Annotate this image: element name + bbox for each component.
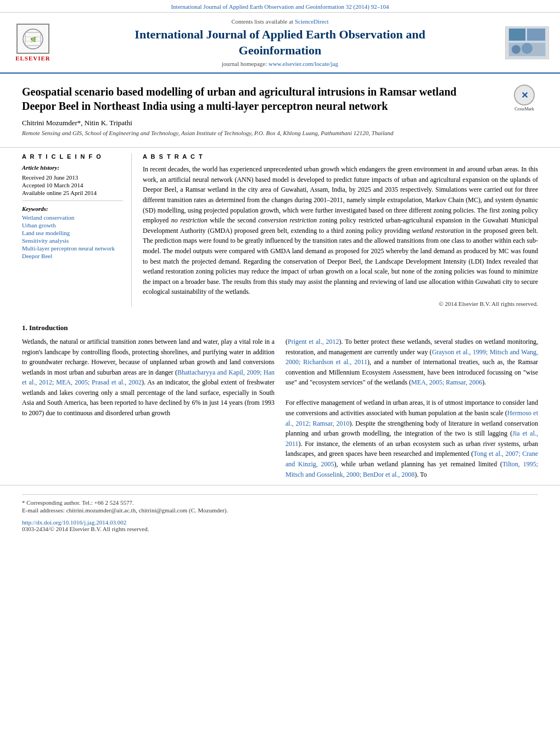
keyword-3: Land use modelling (22, 230, 123, 236)
intro-right-col: (Prigent et al., 2012). To better protec… (285, 337, 538, 479)
keyword-4: Sensitivity analysis (22, 237, 123, 244)
ref-link-1[interactable]: Bhattacharyya and Kapil, 2009; Han et al… (22, 369, 275, 387)
svg-text:🌿: 🌿 (30, 36, 37, 43)
svg-point-9 (512, 45, 520, 54)
journal-citation-bar: International Journal of Applied Earth O… (0, 0, 560, 13)
article-info-abstract-section: A R T I C L E I N F O Article history: R… (0, 148, 560, 318)
abstract-text: In recent decades, the world has experie… (143, 164, 538, 297)
journal-citation-text: International Journal of Applied Earth O… (171, 3, 389, 10)
crossmark-icon: ✕ (514, 85, 535, 105)
ref-link-2[interactable]: Prigent et al., 2012 (288, 338, 339, 345)
intro-left-col: Wetlands, the natural or artificial tran… (22, 337, 275, 479)
journal-homepage-line: journal homepage: www.elsevier.com/locat… (60, 60, 500, 67)
abstract-column: A B S T R A C T In recent decades, the w… (143, 153, 538, 307)
online-date: Available online 25 April 2014 (22, 189, 123, 196)
ref-link-7[interactable]: Tong et al., 2007; Crane and Kinzig, 200… (285, 450, 538, 468)
introduction-section: 1. Introduction Wetlands, the natural or… (0, 318, 560, 485)
article-history-label: Article history: (22, 164, 123, 171)
divider-1 (22, 200, 123, 201)
doi-section: http://dx.doi.org/10.1016/j.jag.2014.03.… (0, 517, 560, 534)
author-names: Chitrini Mozumder*, Nitin K. Tripathi (22, 119, 132, 127)
intro-two-col: Wetlands, the natural or artificial tran… (22, 337, 538, 479)
keyword-6: Deepor Beel (22, 253, 123, 259)
svg-point-10 (522, 43, 533, 54)
sciencedirect-label: Contents lists available at (231, 18, 293, 25)
paper-title-row: Geospatial scenario based modelling of u… (22, 85, 538, 113)
affiliation-line: Remote Sensing and GIS, School of Engine… (22, 130, 538, 136)
svg-rect-7 (527, 29, 545, 41)
doi-link[interactable]: http://dx.doi.org/10.1016/j.jag.2014.03.… (22, 519, 126, 526)
footnote-divider (22, 494, 538, 495)
ref-link-4[interactable]: MEA, 2005; Ramsar, 2006 (411, 378, 482, 386)
crossmark-label: CrossMark (514, 107, 534, 111)
article-info-column: A R T I C L E I N F O Article history: R… (22, 153, 132, 307)
journal-center-block: Contents lists available at ScienceDirec… (60, 18, 500, 67)
keyword-5: Multi-layer perceptron neural network (22, 245, 123, 252)
email-footnote: E-mail addresses: chitrini.mozumder@ait.… (22, 507, 538, 514)
article-info-heading: A R T I C L E I N F O (22, 153, 123, 160)
elsevier-logo: 🌿 ELSEVIER (11, 24, 55, 62)
elsevier-brand-text: ELSEVIER (15, 55, 51, 62)
received-date: Received 20 June 2013 (22, 174, 123, 181)
accepted-date: Accepted 10 March 2014 (22, 182, 123, 188)
homepage-link[interactable]: www.elsevier.com/locate/jag (268, 60, 338, 67)
keywords-label: Keywords: (22, 205, 123, 212)
authors-line: Chitrini Mozumder*, Nitin K. Tripathi (22, 119, 538, 127)
journal-thumbnail (505, 26, 549, 59)
footnote-section: * Corresponding author. Tel.: +66 2 524 … (0, 485, 560, 517)
keyword-2: Urban growth (22, 222, 123, 228)
journal-title: International Journal of Applied Earth O… (60, 27, 500, 58)
issn-line: 0303-2434/© 2014 Elsevier B.V. All right… (22, 526, 149, 532)
email-1-link[interactable]: chitrini.mozumder@ait.ac.th (66, 507, 136, 514)
sciencedirect-link[interactable]: ScienceDirect (295, 18, 329, 25)
email-suffix: (C. Mozumder). (189, 507, 228, 514)
email-2-link[interactable]: chitrini@gmail.com (139, 507, 188, 514)
email-label: E-mail addresses: (22, 507, 65, 514)
corresponding-author-note: * Corresponding author. Tel.: +66 2 524 … (22, 499, 538, 506)
sciencedirect-line: Contents lists available at ScienceDirec… (60, 18, 500, 25)
keyword-1: Wetland conservation (22, 214, 123, 221)
paper-title: Geospatial scenario based modelling of u… (22, 85, 472, 113)
copyright-line: © 2014 Elsevier B.V. All rights reserved… (143, 300, 538, 307)
ref-link-3[interactable]: Grayson et al., 1999; Mitsch and Wang, 2… (285, 348, 538, 366)
homepage-label: journal homepage: (222, 60, 267, 67)
introduction-heading: 1. Introduction (22, 323, 538, 332)
ref-link-5[interactable]: Hermoso et al., 2012; Ramsar, 2010 (285, 409, 538, 427)
journal-header: 🌿 ELSEVIER Contents lists available at S… (0, 13, 560, 74)
ref-link-6[interactable]: Jia et al., 2011 (285, 429, 538, 448)
svg-rect-6 (509, 29, 525, 41)
elsevier-logo-image: 🌿 (16, 24, 49, 54)
crossmark-badge: ✕ CrossMark (511, 85, 538, 111)
paper-title-section: Geospatial scenario based modelling of u… (0, 74, 560, 148)
abstract-heading: A B S T R A C T (143, 153, 538, 160)
